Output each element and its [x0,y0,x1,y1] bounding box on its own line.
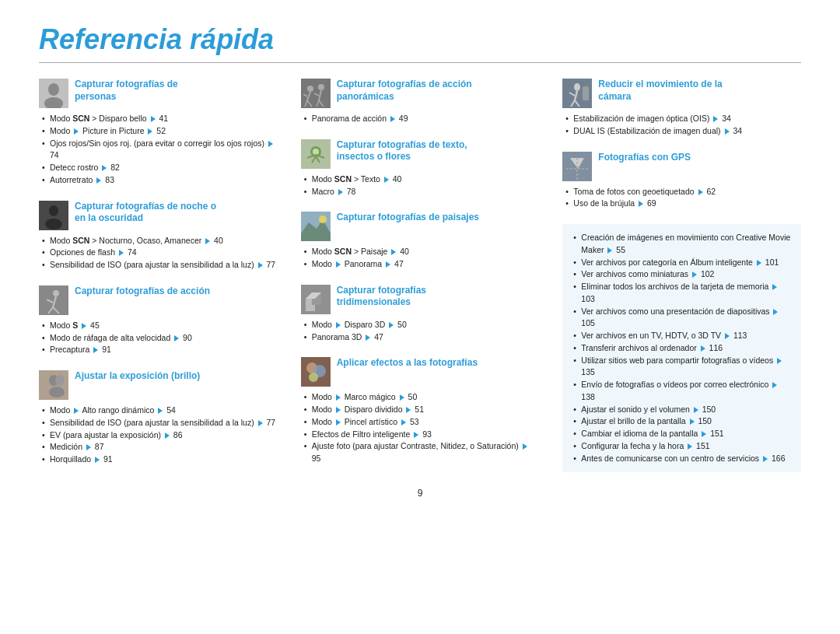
section-action-panoramic-header: Capturar fotografías de acciónpanorámica… [301,79,540,108]
list-item: Modo Panorama 47 [304,258,540,271]
list-item: Medición 87 [42,441,278,454]
list-item: Panorama de acción 49 [304,113,540,125]
list-item: Ajuste foto (para ajustar Contraste, Nit… [304,440,540,465]
section-action-title: Capturar fotografías de acción [75,285,210,298]
effects-icon [301,357,331,387]
svg-rect-6 [39,201,68,230]
list-item: Modo Marco mágico 50 [304,391,540,404]
list-item: Autorretrato 83 [42,174,278,187]
night-icon [39,201,68,230]
list-item: Creación de imágenes en movimiento con C… [573,232,793,257]
list-item: DUAL IS (Estabilización de imagen dual) … [565,125,801,138]
section-landscapes-title: Capturar fotografías de paisajes [337,212,479,224]
list-item: Utilizar sitios web para compartir fotog… [573,355,793,380]
misc-items: Creación de imágenes en movimiento con C… [573,232,793,464]
list-item: Transferir archivos al ordenador 116 [573,342,793,355]
landscapes-icon [301,212,331,241]
list-item: Ver archivos como miniaturas 102 [573,268,793,281]
section-effects-items: Modo Marco mágico 50 Modo Disparo dividi… [304,391,540,465]
3d-icon [301,285,331,314]
section-exposure-title: Ajustar la exposición (brillo) [75,370,200,383]
section-3d: Capturar fotografíastridimensionales Mod… [301,285,540,344]
section-night-items: Modo SCN > Nocturno, Ocaso, Amanecer 40 … [42,235,278,271]
section-text-insects-title: Capturar fotografías de texto,insectos o… [337,139,467,163]
section-portrait-title: Capturar fotografías depersonas [75,79,178,103]
section-3d-title: Capturar fotografíastridimensionales [337,285,426,309]
list-item: Ajustar el brillo de la pantalla 150 [573,415,793,428]
section-night-title: Capturar fotografías de noche oen la osc… [75,201,216,225]
list-item: EV (para ajustar la exposición) 86 [42,429,278,442]
list-item: Envío de fotografías o vídeos por correo… [573,379,793,404]
section-reduce-movement: Reducir el movimiento de lacámara Estabi… [562,79,801,138]
section-action-items: Modo S 45 Modo de ráfaga de alta velocid… [42,320,278,356]
list-item: Ver archivos por categoría en Álbum inte… [573,257,793,269]
column-2: Capturar fotografías de acciónpanorámica… [301,79,540,480]
list-item: Modo Disparo 3D 50 [304,319,540,331]
section-portrait-header: Capturar fotografías depersonas [39,79,278,108]
list-item: Modo Disparo dividido 51 [304,404,540,416]
exposure-icon [39,370,68,400]
section-portrait: Capturar fotografías depersonas Modo SCN… [39,79,278,187]
list-item: Modo S 45 [42,320,278,332]
list-item: Ojos rojos/Sin ojos roj. (para evitar o … [42,138,278,163]
svg-rect-7 [39,285,68,315]
svg-point-46 [309,373,318,382]
page-number: 9 [39,488,801,499]
list-item: Opciones de flash 74 [42,247,278,259]
svg-point-30 [313,149,319,155]
list-item: Antes de comunicarse con un centro de se… [573,453,793,465]
section-night-header: Capturar fotografías de noche oen la osc… [39,201,278,230]
section-3d-header: Capturar fotografíastridimensionales [301,285,540,314]
svg-rect-53 [583,86,589,100]
page-title: Referencia rápida [39,23,801,56]
section-gps-items: Toma de fotos con geoetiquetado 62 Uso d… [565,186,801,211]
list-item: Eliminar todos los archivos de la tarjet… [573,281,793,306]
svg-point-16 [49,387,65,398]
list-item: Modo Pincel artístico 53 [304,416,540,429]
svg-rect-37 [301,233,331,241]
svg-point-18 [307,86,313,92]
action-icon [39,285,68,315]
svg-point-15 [55,375,65,386]
list-item: Modo de ráfaga de alta velocidad 90 [42,332,278,345]
list-item: Modo SCN > Disparo bello 41 [42,113,278,125]
list-item: Modo SCN > Texto 40 [304,173,540,186]
list-item: Ajustar el sonido y el volumen 150 [573,404,793,416]
list-item: Cambiar el idioma de la pantalla 151 [573,428,793,440]
section-exposure-header: Ajustar la exposición (brillo) [39,370,278,400]
section-exposure-items: Modo Alto rango dinámico 54 Sensibilidad… [42,405,278,466]
section-effects-header: Aplicar efectos a las fotografías [301,357,540,387]
list-item: Efectos de Filtro inteligente 93 [304,429,540,441]
section-night: Capturar fotografías de noche oen la osc… [39,201,278,271]
svg-point-8 [53,290,59,296]
section-landscapes-header: Capturar fotografías de paisajes [301,212,540,241]
section-effects: Aplicar efectos a las fotografías Modo M… [301,357,540,465]
list-item: Ver archivos como una presentación de di… [573,306,793,331]
list-item: Precaptura 91 [42,344,278,356]
list-item: Macro 78 [304,186,540,198]
section-gps: Fotografías con GPS Toma de fotos con ge… [562,152,801,211]
list-item: Toma de fotos con geoetiquetado 62 [565,186,801,198]
section-gps-header: Fotografías con GPS [562,152,801,181]
list-item: Panorama 3D 47 [304,331,540,344]
section-text-insects-header: Capturar fotografías de texto,insectos o… [301,139,540,169]
section-text-insects: Capturar fotografías de texto,insectos o… [301,139,540,198]
section-action-panoramic-title: Capturar fotografías de acciónpanorámica… [337,79,472,103]
column-3: Reducir el movimiento de lacámara Estabi… [562,79,801,480]
text-insects-icon [301,139,331,169]
list-item: Estabilización de imagen óptica (OIS) 34 [565,113,801,125]
list-item: Modo Picture in Picture 52 [42,125,278,138]
section-gps-title: Fotografías con GPS [598,152,691,164]
section-action-panoramic-items: Panorama de acción 49 [304,113,540,125]
column-1: Capturar fotografías depersonas Modo SCN… [39,79,278,480]
list-item: Horquillado 91 [42,454,278,466]
section-reduce-movement-header: Reducir el movimiento de lacámara [562,79,801,108]
list-item: Modo SCN > Paisaje 40 [304,246,540,258]
svg-point-1 [48,83,59,96]
section-landscapes-items: Modo SCN > Paisaje 40 Modo Panorama 47 [304,246,540,271]
section-landscapes: Capturar fotografías de paisajes Modo SC… [301,212,540,271]
svg-point-38 [319,215,327,223]
section-portrait-items: Modo SCN > Disparo bello 41 Modo Picture… [42,113,278,187]
gps-icon [562,152,592,181]
section-text-insects-items: Modo SCN > Texto 40 Macro 78 [304,173,540,198]
